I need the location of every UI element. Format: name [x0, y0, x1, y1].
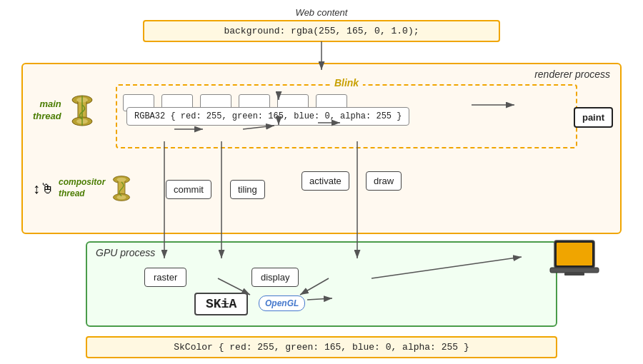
opengl-label: OpenGL — [265, 298, 299, 308]
opengl-badge: OpenGL — [259, 295, 305, 311]
cursor-icon: ↕🖰 — [33, 181, 54, 197]
renderer-label: renderer process — [534, 69, 610, 80]
web-content-box: background: rgba(255, 165, 0, 1.0); — [143, 20, 500, 42]
display-box: display — [251, 268, 299, 287]
raster-box: raster — [144, 268, 186, 287]
renderer-box: renderer process Blink mainthread — [21, 63, 622, 234]
commit-box: commit — [166, 180, 211, 199]
compositor-spool-icon — [108, 175, 135, 202]
web-content-section: Web content background: rgba(255, 165, 0… — [143, 7, 500, 42]
laptop-icon — [549, 239, 600, 283]
main-thread-label: mainthread — [33, 98, 61, 123]
skcolor-box: SkColor { red: 255, green: 165, blue: 0,… — [86, 336, 557, 358]
svg-rect-12 — [557, 243, 592, 266]
svg-rect-14 — [564, 273, 584, 275]
laptop-svg — [549, 239, 600, 280]
blink-label: Blink — [330, 77, 363, 89]
web-content-label: Web content — [143, 7, 500, 18]
tiling-box: tiling — [230, 180, 265, 199]
activate-box: activate — [301, 171, 349, 191]
draw-box: draw — [366, 171, 402, 191]
gpu-label: GPU process — [96, 247, 155, 258]
svg-rect-13 — [550, 268, 599, 273]
skia-box: SKiA — [194, 293, 248, 315]
main-thread-section: mainthread — [33, 94, 99, 127]
svg-point-9 — [117, 178, 126, 182]
main-thread-spool-icon — [66, 94, 99, 127]
rgba-box: RGBA32 { red: 255, green: 165, blue: 0, … — [126, 107, 409, 126]
compositor-section: ↕🖰 compositorthread — [33, 175, 135, 202]
paint-box: paint — [574, 107, 613, 128]
gpu-box: GPU process raster display SKiA OpenGL — [86, 241, 557, 327]
compositor-label: compositorthread — [59, 177, 105, 199]
skia-text: SKiA — [206, 297, 236, 311]
